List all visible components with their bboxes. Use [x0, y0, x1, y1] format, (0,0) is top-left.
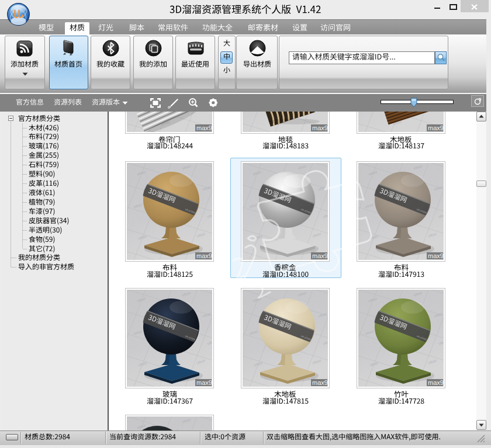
svg-text:max9: max9	[196, 252, 212, 259]
svg-text:max9: max9	[312, 379, 328, 386]
svg-text:max9: max9	[428, 252, 444, 259]
svg-text:max9: max9	[312, 124, 328, 131]
svg-text:max9: max9	[428, 379, 444, 386]
svg-text:max9: max9	[312, 252, 328, 259]
svg-text:max9: max9	[196, 124, 212, 131]
svg-text:max9: max9	[196, 379, 212, 386]
svg-text:max9: max9	[428, 124, 444, 131]
